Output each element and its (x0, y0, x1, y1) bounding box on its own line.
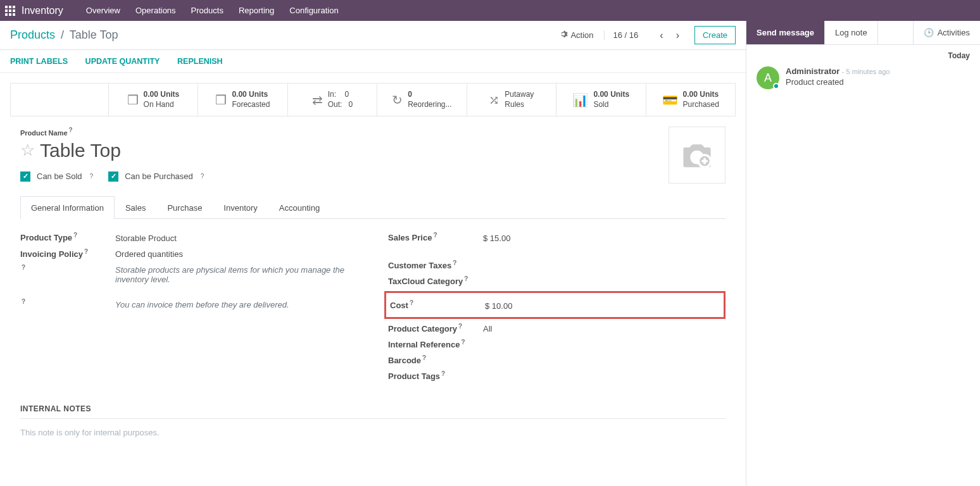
message-text: Product created (786, 77, 890, 87)
action-dropdown[interactable]: Action (559, 30, 593, 40)
help-icon[interactable]: ? (90, 173, 94, 180)
gear-icon (559, 30, 568, 40)
product-image[interactable] (669, 127, 726, 184)
tabs: General Information Sales Purchase Inven… (20, 196, 726, 219)
breadcrumb-row: Products / Table Top Action 16 / 16 ‹ › … (0, 21, 746, 50)
internal-notes-header: INTERNAL NOTES (20, 404, 726, 413)
tab-purchase[interactable]: Purchase (156, 196, 213, 219)
internal-ref-label: Internal Reference? (388, 339, 483, 349)
divider (20, 418, 726, 419)
replenish-button[interactable]: REPLENISH (177, 57, 223, 66)
help-icon[interactable]: ? (69, 127, 73, 134)
check-icon: ✓ (20, 171, 30, 182)
boxes-icon: ❒ (127, 92, 139, 108)
chart-icon: 📊 (572, 92, 588, 108)
clock-icon: 🕒 (924, 28, 934, 37)
nav-configuration[interactable]: Configuration (282, 6, 346, 15)
brand[interactable]: Inventory (22, 5, 63, 16)
refresh-icon: ↻ (392, 92, 403, 108)
boxes-icon: ❒ (215, 92, 227, 108)
nav-reporting[interactable]: Reporting (231, 6, 282, 15)
stat-purchased[interactable]: 💳0.00 UnitsPurchased (646, 84, 735, 116)
nav-products[interactable]: Products (184, 6, 231, 15)
chat-sidebar: Send message Log note 🕒Activities Today … (746, 21, 980, 486)
message-item: A Administrator - 5 minutes ago Product … (746, 63, 980, 93)
internal-notes-input[interactable]: This note is only for internal purposes. (20, 428, 726, 437)
product-name[interactable]: Table Top (40, 140, 121, 161)
sales-price-value[interactable]: $ 15.00 (483, 234, 726, 243)
tab-inventory[interactable]: Inventory (213, 196, 268, 219)
product-name-label: Product Name? (20, 129, 73, 137)
product-type-label: Product Type? (20, 232, 115, 242)
stat-putaway[interactable]: ⤮PutawayRules (467, 84, 556, 116)
help-icon[interactable]: ? (433, 232, 437, 239)
help-icon[interactable]: ? (464, 275, 468, 282)
stat-empty (11, 84, 109, 116)
nav-operations[interactable]: Operations (128, 6, 184, 15)
invoice-note: You can invoice them before they are del… (115, 300, 358, 309)
today-label: Today (746, 45, 980, 63)
barcode-label: Barcode? (388, 354, 483, 365)
help-icon[interactable]: ? (458, 323, 462, 330)
tab-accounting[interactable]: Accounting (268, 196, 330, 219)
avatar: A (757, 66, 779, 89)
help-icon[interactable]: ? (410, 299, 413, 306)
create-button[interactable]: Create (694, 26, 736, 44)
update-quantity-button[interactable]: UPDATE QUANTITY (85, 57, 160, 66)
transfer-icon: ⇄ (312, 92, 323, 108)
stat-onhand[interactable]: ❒0.00 UnitsOn Hand (109, 84, 198, 116)
help-icon[interactable]: ? (84, 248, 88, 255)
help-icon[interactable]: ? (453, 259, 456, 266)
help-icon[interactable]: ? (422, 354, 426, 361)
product-type-value[interactable]: Storable Product (115, 234, 358, 243)
storable-note: Storable products are physical items for… (115, 265, 358, 284)
top-nav: Inventory Overview Operations Products R… (0, 0, 980, 21)
stat-buttons: ❒0.00 UnitsOn Hand ❒0.00 UnitsForecasted… (10, 83, 736, 116)
action-label: Action (570, 30, 593, 40)
pager-next[interactable]: › (674, 30, 682, 41)
invoicing-policy-value[interactable]: Ordered quantities (115, 249, 358, 259)
help-icon[interactable]: ? (441, 370, 445, 377)
stat-sold[interactable]: 📊0.00 UnitsSold (556, 84, 646, 116)
sales-price-label: Sales Price? (388, 232, 483, 242)
pager-prev[interactable]: ‹ (657, 30, 665, 41)
invoicing-policy-label: Invoicing Policy? (20, 248, 115, 259)
stat-reordering[interactable]: ↻0Reordering... (377, 84, 467, 116)
breadcrumb-sep: / (61, 28, 64, 41)
camera-icon (679, 140, 715, 170)
tab-general-information[interactable]: General Information (20, 196, 115, 219)
stat-forecasted[interactable]: ❒0.00 UnitsForecasted (198, 84, 287, 116)
can-be-sold-checkbox[interactable]: ✓Can be Sold? (20, 171, 93, 182)
stat-inout[interactable]: ⇄In: 0Out: 0 (288, 84, 377, 116)
message-time: - 5 minutes ago (842, 68, 890, 75)
cost-value[interactable]: $ 10.00 (485, 301, 724, 311)
help-icon[interactable]: ? (461, 339, 465, 346)
customer-taxes-label: Customer Taxes? (388, 259, 483, 270)
online-dot-icon (773, 83, 779, 89)
card-icon: 💳 (662, 92, 678, 108)
activities-button[interactable]: 🕒Activities (913, 21, 980, 44)
apps-icon[interactable] (5, 6, 15, 16)
breadcrumb-current: Table Top (70, 28, 118, 41)
random-icon: ⤮ (489, 92, 499, 108)
help-icon[interactable]: ? (22, 298, 25, 305)
help-icon[interactable]: ? (201, 173, 204, 180)
favorite-star-icon[interactable]: ☆ (20, 140, 35, 160)
message-author[interactable]: Administrator (786, 66, 839, 76)
send-message-button[interactable]: Send message (746, 21, 825, 44)
help-icon[interactable]: ? (73, 232, 77, 239)
product-category-label: Product Category? (388, 323, 483, 333)
tab-sales[interactable]: Sales (115, 196, 157, 219)
help-icon[interactable]: ? (22, 264, 25, 271)
product-category-value[interactable]: All (483, 324, 726, 333)
toolbar: PRINT LABELS UPDATE QUANTITY REPLENISH (0, 50, 746, 73)
breadcrumb: Products / Table Top (10, 28, 559, 42)
breadcrumb-products-link[interactable]: Products (10, 28, 55, 41)
taxcloud-label: TaxCloud Category? (388, 275, 483, 286)
log-note-button[interactable]: Log note (825, 21, 878, 44)
nav-overview[interactable]: Overview (79, 6, 128, 15)
cost-highlight: Cost?$ 10.00 (384, 291, 726, 318)
print-labels-button[interactable]: PRINT LABELS (10, 57, 68, 66)
pager: 16 / 16 (604, 30, 648, 40)
can-be-purchased-checkbox[interactable]: ✓Can be Purchased? (108, 171, 204, 182)
